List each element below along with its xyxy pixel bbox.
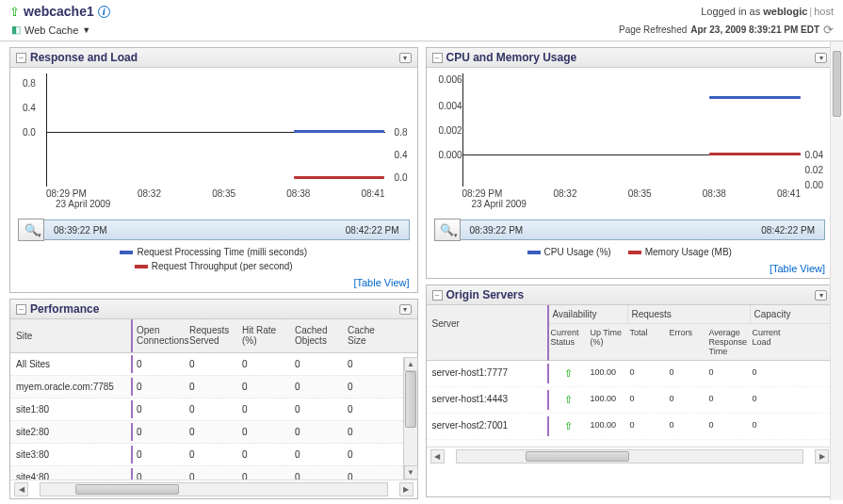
table-row[interactable]: myem.oracle.com:778500000 — [10, 376, 403, 398]
table-row[interactable]: server-host1:4443⇧100.000000 — [427, 387, 834, 414]
table-body: All Sites00000myem.oracle.com:778500000s… — [10, 353, 417, 480]
table-header: Server Availability Requests Capacity Cu… — [427, 305, 834, 361]
table-header: Site Open Connections Requests Served Hi… — [10, 319, 417, 353]
refresh-icon[interactable]: ⟳ — [823, 23, 834, 37]
table-view-link[interactable]: [Table View] — [770, 263, 825, 274]
header: ⇧ webcache1 i Logged in as weblogic|host… — [0, 0, 843, 41]
panel-title: Response and Load — [30, 51, 138, 64]
panel-title: Origin Servers — [446, 288, 525, 301]
collapse-icon[interactable]: – — [432, 53, 443, 63]
legend-item: CPU Usage (%) — [527, 247, 611, 257]
horizontal-scrollbar[interactable]: ◀ ▶ — [427, 447, 834, 465]
status-up-icon: ⇧ — [564, 367, 573, 379]
scroll-left-icon[interactable]: ◀ — [430, 449, 445, 463]
page-scrollbar[interactable] — [830, 41, 843, 500]
table-row[interactable]: site1:8000000 — [10, 398, 403, 421]
chart-response: 0.8 0.4 0.0 0.8 0.4 0.0 — [46, 73, 385, 187]
table-view-link[interactable]: [Table View] — [353, 277, 409, 288]
time-range[interactable]: 08:39:22 PM 08:42:22 PM — [44, 219, 410, 240]
cache-icon: ◧ — [11, 24, 21, 36]
table-row[interactable]: All Sites00000 — [10, 353, 403, 376]
vertical-scrollbar[interactable]: ▲ ▼ — [403, 357, 417, 480]
info-icon[interactable]: i — [98, 6, 110, 18]
table-row[interactable]: server-host1:7777⇧100.000000 — [427, 361, 834, 387]
series-memory — [709, 153, 801, 155]
chart-cpu: 0.006 0.004 0.002 0.000 0.04 0.02 0.00 — [462, 73, 802, 187]
panel-response-load: – Response and Load ▾ 0.8 0.4 0.0 0.8 0.… — [9, 47, 418, 293]
refresh-info: Page Refreshed Apr 23, 2009 8:39:21 PM E… — [619, 23, 834, 37]
chevron-down-icon: ▼ — [82, 25, 90, 35]
panel-title: Performance — [30, 302, 99, 316]
legend-item: Request Processing Time (milli seconds) — [120, 247, 307, 257]
panel-menu-icon[interactable]: ▾ — [399, 304, 412, 315]
table-body: server-host1:7777⇧100.000000server-host1… — [427, 361, 834, 447]
collapse-icon[interactable]: – — [432, 290, 443, 301]
series-throughput — [294, 176, 385, 179]
table-row[interactable]: site3:8000000 — [10, 444, 403, 466]
collapse-icon[interactable]: – — [16, 53, 26, 63]
table-row[interactable]: site2:8000000 — [10, 421, 403, 444]
series-processing-time — [294, 130, 385, 133]
status-up-icon: ⇧ — [564, 394, 573, 405]
horizontal-scrollbar[interactable]: ◀ ▶ — [10, 480, 417, 498]
panel-menu-icon[interactable]: ▾ — [815, 53, 827, 63]
panel-cpu-memory: – CPU and Memory Usage ▾ 0.006 0.004 0.0… — [426, 47, 835, 279]
scroll-right-icon[interactable]: ▶ — [399, 482, 413, 496]
legend-item: Request Throughput (per second) — [135, 261, 293, 271]
login-info: Logged in as weblogic|host — [701, 6, 834, 17]
scroll-up-icon[interactable]: ▲ — [404, 357, 418, 371]
series-cpu — [709, 96, 801, 99]
time-slider[interactable]: 🔍 08:39:22 PM 08:42:22 PM — [18, 219, 410, 241]
scroll-right-icon[interactable]: ▶ — [815, 449, 829, 463]
breadcrumb[interactable]: ◧ Web Cache ▼ — [9, 24, 90, 36]
time-slider[interactable]: 🔍 08:39:22 PM 08:42:22 PM — [434, 219, 826, 241]
scroll-left-icon[interactable]: ◀ — [14, 482, 28, 496]
status-up-icon: ⇧ — [9, 5, 20, 19]
panel-menu-icon[interactable]: ▾ — [815, 290, 827, 301]
panel-origin-servers: – Origin Servers ▾ Server Availability R… — [426, 285, 835, 497]
status-up-icon: ⇧ — [564, 420, 573, 431]
scroll-down-icon[interactable]: ▼ — [404, 465, 418, 480]
collapse-icon[interactable]: – — [16, 304, 26, 315]
legend-item: Memory Usage (MB) — [628, 247, 732, 257]
table-row[interactable]: site4:8000000 — [10, 466, 403, 480]
zoom-icon[interactable]: 🔍 — [18, 219, 44, 241]
panel-menu-icon[interactable]: ▾ — [399, 53, 412, 63]
table-row[interactable]: server-host2:7001⇧100.000000 — [427, 414, 834, 440]
time-range[interactable]: 08:39:22 PM 08:42:22 PM — [461, 219, 826, 240]
panel-title: CPU and Memory Usage — [446, 51, 577, 64]
zoom-icon[interactable]: 🔍 — [434, 219, 461, 241]
page-title: webcache1 — [24, 4, 94, 19]
panel-performance: – Performance ▾ Site Open Connections Re… — [9, 299, 418, 499]
